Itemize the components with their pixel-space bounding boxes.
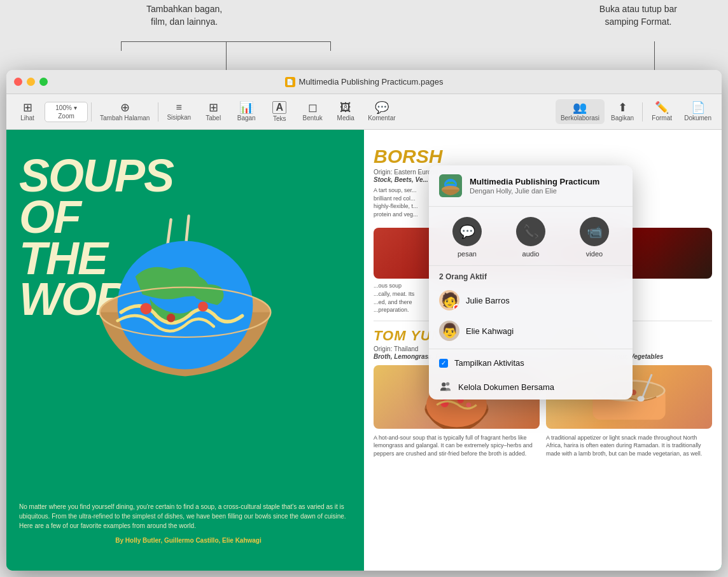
collab-divider: [429, 349, 633, 349]
tampilkan-aktivitas-label: Tampilkan Aktivitas: [454, 358, 524, 368]
bentuk-label: Bentuk: [303, 115, 323, 122]
svg-point-5: [198, 302, 208, 312]
collab-action-audio[interactable]: 📞 audio: [516, 217, 545, 258]
minimize-button[interactable]: [27, 78, 35, 86]
elie-name: Elie Kahwagi: [466, 326, 514, 336]
callout-left-text: Tambahkan bagan,film, dan lainnya.: [146, 4, 222, 27]
collab-menu-tampilkan-aktivitas[interactable]: ✓ Tampilkan Aktivitas: [429, 352, 633, 374]
format-label: Format: [652, 115, 672, 122]
bagikan-label: Bagikan: [611, 115, 634, 122]
separator-1: [91, 102, 92, 122]
separator-2: [158, 102, 158, 122]
svg-point-6: [167, 314, 175, 322]
body-text-left: No matter where you find yourself dining…: [19, 502, 358, 545]
toolbar-tabel[interactable]: ⊞ Tabel: [197, 99, 229, 124]
dokumen-icon: 📄: [691, 102, 705, 113]
tabel-label: Tabel: [206, 115, 221, 122]
people-svg: [440, 381, 451, 393]
zoom-label: Zoom: [58, 113, 74, 120]
toolbar-dokumen[interactable]: 📄 Dokumen: [679, 99, 717, 124]
collab-doc-icon: [439, 174, 462, 197]
borscht-name: BORSH: [374, 146, 712, 167]
berkolaborasi-label: Berkolaborasi: [561, 115, 599, 122]
callout-right: Buka atau tutup barsamping Format.: [599, 3, 677, 28]
collab-user-elie[interactable]: 👨 Elie Kahwagi: [429, 316, 633, 346]
toolbar-bentuk[interactable]: ◻ Bentuk: [297, 99, 328, 124]
tabel-icon: ⊞: [209, 102, 218, 113]
julie-name: Julie Barros: [466, 296, 510, 305]
collab-header-icon: [439, 174, 462, 197]
toolbar-bagikan[interactable]: ⬆ Bagikan: [606, 99, 639, 124]
pages-icon: 📄: [285, 77, 295, 87]
komentar-label: Komentar: [368, 115, 395, 122]
toolbar-sisipkan[interactable]: ≡ Sisipkan: [162, 100, 196, 123]
dokumen-label: Dokumen: [684, 115, 711, 122]
collab-audio-circle: 📞: [516, 217, 545, 246]
main-window: 📄 Multimedia Publishing Practicum.pages …: [6, 70, 722, 571]
collab-actions: 💬 pesan 📞 audio 📹 video: [429, 207, 633, 266]
toolbar-teks[interactable]: A Teks: [263, 99, 295, 125]
svg-point-25: [446, 382, 449, 386]
traffic-lights: [14, 78, 48, 86]
bagikan-icon: ⬆: [618, 102, 627, 113]
collab-doc-subtitle: Dengan Holly, Julie dan Elie: [470, 187, 599, 195]
media-label: Media: [337, 115, 354, 122]
collab-action-pesan[interactable]: 💬 pesan: [452, 217, 482, 258]
toolbar: ⊞ Lihat 100% ▾ Zoom ⊕ Tambah Halaman ≡ S…: [6, 94, 722, 130]
svg-point-20: [637, 396, 644, 401]
zoom-value: 100% ▾: [55, 104, 76, 111]
media-icon: 🖼: [340, 102, 351, 113]
bagan-icon: 📊: [239, 102, 253, 113]
title-soups: SOUPS: [19, 155, 351, 197]
maximize-button[interactable]: [39, 78, 48, 86]
collab-section-title: 2 Orang Aktif: [429, 266, 633, 285]
collab-doc-title: Multimedia Publishing Practicum: [470, 177, 599, 186]
sisipkan-label: Sisipkan: [167, 114, 191, 121]
callout-line-right: [654, 41, 655, 70]
toolbar-bagan[interactable]: 📊 Bagan: [230, 99, 262, 124]
check-icon: ✓: [439, 359, 448, 368]
bowl-svg: [32, 212, 339, 391]
bentuk-icon: ◻: [308, 102, 318, 113]
window-title: 📄 Multimedia Publishing Practicum.pages: [285, 77, 444, 87]
berkolaborasi-icon: 👥: [573, 102, 587, 113]
collab-title-group: Multimedia Publishing Practicum Dengan H…: [470, 177, 599, 195]
callout-line-left: [226, 41, 227, 70]
collab-video-circle: 📹: [580, 217, 609, 246]
collab-user-julie[interactable]: 🧑 Julie Barros: [429, 285, 633, 316]
svg-point-4: [140, 303, 151, 314]
lihat-label: Lihat: [20, 115, 34, 122]
julie-avatar: 🧑: [439, 290, 459, 310]
close-button[interactable]: [14, 78, 22, 86]
toolbar-komentar[interactable]: 💬 Komentar: [363, 99, 400, 124]
tom-yum-desc: A hot-and-sour soup that is typically fu…: [374, 434, 540, 458]
teks-icon: A: [272, 101, 286, 114]
toolbar-media[interactable]: 🖼 Media: [330, 99, 361, 124]
title-label: Multimedia Publishing Practicum.pages: [299, 77, 444, 87]
toolbar-lihat[interactable]: ⊞ Lihat: [11, 99, 43, 124]
harira-desc: A traditional appetizer or light snack m…: [546, 434, 712, 458]
format-icon: ✏️: [655, 102, 669, 113]
body-paragraph: No matter where you find yourself dining…: [19, 502, 358, 531]
author-line: By Holly Butler, Guillermo Castillo, Eli…: [19, 536, 358, 545]
collab-pesan-circle: 💬: [452, 217, 482, 246]
callout-right-text: Buka atau tutup barsamping Format.: [599, 4, 677, 27]
svg-point-12: [466, 403, 472, 408]
bagan-label: Bagan: [237, 115, 256, 122]
sisipkan-icon: ≡: [176, 102, 182, 113]
toolbar-zoom[interactable]: 100% ▾ Zoom: [45, 102, 88, 122]
tambah-halaman-label: Tambah Halaman: [100, 115, 150, 122]
separator-3: [642, 102, 643, 122]
collab-action-video[interactable]: 📹 video: [580, 217, 609, 258]
toolbar-berkolaborasi[interactable]: 👥 Berkolaborasi: [556, 99, 605, 124]
toolbar-format[interactable]: ✏️ Format: [646, 99, 678, 124]
collab-menu-kelola-dokumen[interactable]: Kelola Dokumen Bersama: [429, 374, 633, 400]
kelola-dokumen-label: Kelola Dokumen Bersama: [458, 382, 554, 392]
titlebar: 📄 Multimedia Publishing Practicum.pages: [6, 70, 722, 94]
teks-label: Teks: [273, 115, 286, 122]
people-icon: [439, 380, 452, 393]
main-content: SOUPS OF THE WORLD: [6, 130, 722, 571]
julie-online-indicator: [453, 304, 459, 310]
toolbar-tambah-halaman[interactable]: ⊕ Tambah Halaman: [95, 99, 155, 124]
collab-video-label: video: [586, 250, 603, 258]
